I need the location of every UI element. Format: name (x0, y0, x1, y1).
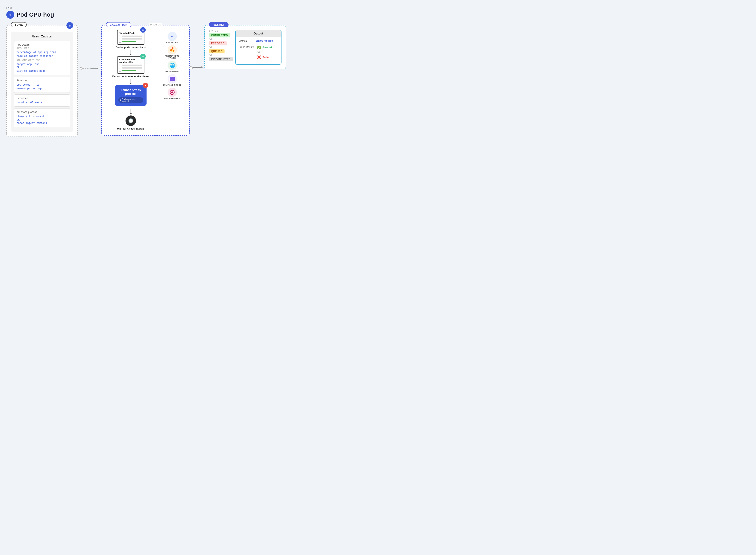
failed-text: Failed (262, 56, 270, 59)
metrics-value: chaos metrics (256, 39, 273, 42)
output-body: Metrics chaos metrics Probe Results ✅ Pa… (236, 37, 281, 65)
probe-results-row: Probe Results ✅ Passed OR ❌ Failed (238, 45, 278, 59)
arrow-tune-execution (78, 67, 99, 70)
svg-text:🌐: 🌐 (169, 62, 175, 68)
app-details-anyof: ANY ONE OF THESE (16, 59, 68, 61)
exec-steps: ⎈ Targeted Pods Derive pods under chaos (108, 30, 153, 131)
probe-srm: SRM SLO PROBE (161, 88, 183, 99)
probe-http-label: HTTP PROBE (166, 71, 179, 73)
stressors-label: Stressors (16, 79, 68, 82)
probes-label: PROBES (149, 23, 162, 26)
targeted-pods-card: ⎈ Targeted Pods (117, 30, 144, 45)
failed-result: ❌ Failed (257, 55, 272, 59)
notice-icon: ℹ (120, 99, 121, 101)
svg-text:>_: >_ (171, 78, 174, 80)
app-details-value2: name of target container (16, 54, 68, 58)
targeted-pods-icon: ⎈ (140, 27, 146, 34)
arrow-down-2 (131, 79, 131, 83)
status-queued-badge: QUEUED (209, 49, 225, 53)
execution-section: EXECUTION PROBES ⎈ Targeted Pods (101, 25, 190, 136)
probes-column: ⎈ K8S PROBE 🔥 PROMETHEUS PROBE (158, 30, 183, 131)
app-details-row: App Details REQUIRED percentage of app r… (14, 41, 70, 75)
stressors-row: Stressors cpu cores , iomemory percentag… (14, 77, 70, 93)
container-sandbox-icon: ⎈ (140, 54, 146, 60)
svg-text:⎈: ⎈ (9, 13, 11, 17)
status-incompleted-badge: INCOMPLETED (209, 57, 233, 61)
fault-label: Fault (6, 6, 750, 9)
container-sandbox-title: Container and sandbox IDs (119, 58, 142, 63)
launch-stress-icon: ★ (143, 83, 148, 89)
user-inputs-card: User Inputs App Details REQUIRED percent… (11, 32, 73, 132)
status-completed-badge: COMPLETED (209, 33, 230, 37)
status-errored-badge: ERRORED (209, 41, 227, 45)
sequence-row: Sequence parallel OR serial (14, 94, 70, 106)
svg-text:⎈: ⎈ (69, 24, 71, 27)
probe-k8s: ⎈ K8S PROBE (161, 32, 183, 44)
probe-prometheus: 🔥 PROMETHEUS PROBE (161, 45, 183, 59)
kill-chaos-value2: chaos inject command (16, 121, 68, 125)
probe-command: >_ COMMAND PROBE (161, 74, 183, 86)
probe-http-icon: 🌐 (168, 61, 177, 70)
svg-text:🔥: 🔥 (169, 47, 175, 52)
metrics-label: Metrics (238, 39, 253, 43)
status-title: STATUS (209, 30, 233, 32)
tune-section: TUNE ⎈ User Inputs App Details REQUIRED … (6, 25, 78, 136)
probe-prometheus-label: PROMETHEUS PROBE (161, 55, 183, 59)
arrow-solid (91, 68, 97, 69)
diagram-container: TUNE ⎈ User Inputs App Details REQUIRED … (6, 25, 750, 136)
kill-chaos-value1: chaos kill command (16, 115, 68, 118)
wait-icon: 🕐 (126, 116, 136, 126)
big-arrow-line (191, 67, 201, 68)
execution-badge: EXECUTION (106, 22, 131, 27)
status-section: STATUS COMPLETED OR ERRORED OR QUEUED OR… (209, 30, 233, 62)
or2: OR (209, 46, 233, 49)
result-badge: RESULT (209, 22, 228, 27)
step1-label: Derive pods under chaos (116, 46, 146, 49)
launch-stress-card: ★ Launch stress process ℹ Privilege acce… (115, 85, 146, 106)
app-details-value1: percentage of app replicas (16, 50, 68, 54)
kill-chaos-label: Kill chaos process (16, 111, 68, 114)
output-card: Output Metrics chaos metrics Probe Resul… (235, 30, 281, 65)
step4-label: Wait for Chaos Interval (117, 127, 144, 130)
passed-text: Passed (262, 46, 272, 49)
app-details-or: OR (16, 66, 68, 69)
result-section: RESULT STATUS COMPLETED OR ERRORED OR QU… (204, 25, 286, 70)
targeted-pods-title: Targeted Pods (119, 32, 142, 34)
probe-prometheus-icon: 🔥 (168, 45, 177, 54)
launch-stress-title: Launch stress process (118, 88, 143, 96)
exec-flow: ⎈ Targeted Pods Derive pods under chaos (108, 30, 183, 131)
container-sandbox-card: ⎈ Container and sandbox IDs (117, 56, 144, 74)
result-content: STATUS COMPLETED OR ERRORED OR QUEUED OR… (209, 30, 281, 65)
passed-icon: ✅ (257, 45, 261, 49)
metrics-row: Metrics chaos metrics (238, 39, 278, 43)
kill-chaos-or: OR (16, 118, 68, 121)
probe-http: 🌐 HTTP PROBE (161, 61, 183, 73)
probe-srm-label: SRM SLO PROBE (163, 97, 181, 99)
launch-stress-notice: ℹ Privilege access required (118, 97, 143, 103)
probe-k8s-label: K8S PROBE (166, 41, 178, 44)
svg-text:★: ★ (144, 84, 147, 87)
page-title: Pod CPU hog (16, 11, 54, 18)
probe-command-label: COMMAND PROBE (163, 84, 181, 86)
wait-card: 🕐 (126, 116, 136, 126)
probe-k8s-icon: ⎈ (168, 32, 177, 41)
failed-icon: ❌ (257, 55, 261, 59)
kill-chaos-row: Kill chaos process chaos kill command OR… (14, 108, 70, 127)
notice-text: Privilege access required (122, 98, 141, 102)
or3: OR (209, 54, 233, 56)
container-sandbox-lines (119, 64, 142, 72)
tune-badge: TUNE (11, 22, 27, 27)
svg-text:⎈: ⎈ (142, 29, 144, 32)
sequence-label: Sequence (16, 97, 68, 100)
helm-icon: ⎈ (6, 11, 14, 19)
stressors-value: cpu cores , iomemory percentage (16, 83, 68, 90)
app-details-required: REQUIRED (16, 47, 68, 49)
app-details-option2: list of target pods (16, 69, 68, 73)
app-details-label: App Details (16, 43, 68, 46)
arrow-circle-left (80, 67, 82, 70)
probe-command-icon: >_ (168, 74, 177, 84)
sequence-value: parallel OR serial (16, 100, 68, 104)
page-title-container: ⎈ Pod CPU hog (6, 11, 750, 19)
probe-srm-icon (168, 88, 177, 97)
tune-k8s-icon: ⎈ (66, 22, 73, 30)
